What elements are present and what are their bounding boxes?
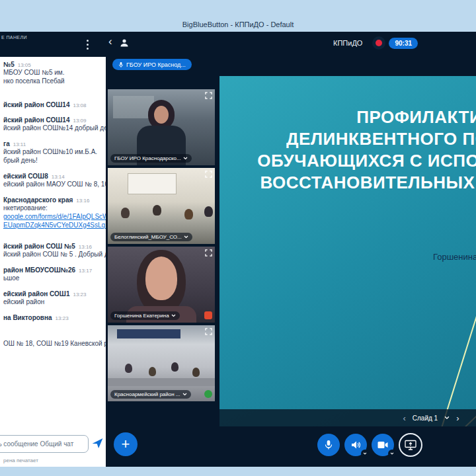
back-chevron-icon[interactable]: ‹	[108, 35, 112, 48]
chevron-down-icon	[183, 157, 188, 160]
chat-message: на Викторовна13:23 ОШ № 18, СОШ №19 Кане…	[3, 314, 106, 348]
top-bar: Е ПАНЕЛИ ‹ КППиДО 90:31	[0, 32, 476, 57]
screenshare-button[interactable]	[399, 433, 422, 457]
chat-sender-name: ейский район СОШ1	[3, 290, 69, 298]
chat-text: ейский район	[3, 298, 106, 306]
main-area: ГБОУ ИРО Краснод... ГБОУ ИРО Краснодарск…	[106, 57, 476, 467]
chat-time: 13:05	[18, 62, 31, 68]
userlist-toggle-icon[interactable]	[120, 38, 129, 50]
chevron-down-icon	[363, 452, 367, 455]
screenshare-icon	[405, 440, 416, 450]
chat-time: 13:14	[52, 174, 65, 180]
chat-message-list: №513:05 МБОУ СОШ №5 им. нко поселка Псеб…	[3, 61, 106, 356]
fullscreen-icon[interactable]	[205, 328, 212, 335]
recording-indicator[interactable]: 90:31	[372, 36, 418, 50]
chat-message: йский район СОШ1413:09 йский район СОШ№1…	[3, 116, 106, 132]
chevron-down-icon	[171, 314, 176, 317]
chat-text: ьшое	[3, 274, 106, 282]
webcam-name: Белоглинский_МБОУ_СО...	[114, 234, 182, 240]
options-kebab-icon[interactable]	[82, 37, 93, 52]
actions-plus-button[interactable]: +	[114, 432, 138, 456]
chat-message: Краснодарского края13:16 нкетирование: g…	[3, 196, 106, 229]
mic-icon	[118, 61, 124, 68]
slide-title: ПРОФИЛАКТИКА ДЕЛИНКВЕНТНОГО ПОВЕДЕНИЯ ОБ…	[219, 106, 476, 194]
chat-time: 13:11	[13, 141, 26, 147]
chat-message: йский район СОШ №513:16 йский район СОШ …	[3, 243, 106, 258]
panel-label-fragment: Е ПАНЕЛИ	[1, 35, 27, 40]
topbar-right-cluster: КППиДО 90:31	[333, 36, 418, 50]
chat-sender-name: на Викторовна	[3, 314, 52, 321]
webcam-tile: Белоглинский_МБОУ_СО...	[108, 168, 215, 244]
chat-text: йский район СОШ № 5 . Добрый день	[3, 250, 106, 258]
fullscreen-icon[interactable]	[205, 249, 212, 257]
chat-message: ейский СОШ813:14 ейский район МАОУ СОШ №…	[3, 173, 106, 188]
chat-link[interactable]: google.com/forms/d/e/1FAIpQLScWT5	[3, 212, 106, 221]
chat-message-input[interactable]	[0, 435, 89, 453]
chat-message: район МБОУСОШ№2613:17 ьшое	[3, 266, 106, 282]
next-slide-button[interactable]: ›	[456, 414, 459, 422]
chevron-down-icon	[390, 452, 394, 455]
slide-decoration-lines	[418, 299, 476, 426]
webcam-column: ГБОУ ИРО Краснодарско... Белоглинский_МБ…	[108, 89, 215, 404]
talking-indicator-label: ГБОУ ИРО Краснод...	[126, 61, 186, 68]
talking-indicator[interactable]: ГБОУ ИРО Краснод...	[112, 59, 192, 70]
chat-time: 13:16	[76, 198, 89, 204]
send-message-button[interactable]	[90, 437, 104, 452]
bigbluebutton-app: Е ПАНЕЛИ ‹ КППиДО 90:31 №513:05 МБОУ СОШ…	[0, 32, 476, 467]
chat-link[interactable]: EUapmDZqk4N5vCYeDUXg4SsLqELxkc	[3, 221, 106, 229]
chat-text: йский район СОШ№14 добрый день	[3, 124, 106, 132]
fullscreen-icon[interactable]	[205, 171, 212, 178]
previous-slide-button[interactable]: ‹	[403, 414, 405, 422]
webcam-tile: Красноармейский район ...	[108, 325, 215, 401]
camera-icon	[377, 441, 388, 449]
webcam-name: Горшенина Екатерина	[114, 313, 169, 319]
webcam-name-dropdown[interactable]: Белоглинский_МБОУ_СО...	[110, 233, 192, 241]
fullscreen-icon[interactable]	[205, 92, 212, 99]
media-controls	[317, 433, 422, 457]
slide-toolbar: ‹ Слайд 1 ›	[219, 409, 476, 426]
chat-time: 13:23	[56, 315, 69, 321]
recording-timer: 90:31	[389, 38, 418, 49]
audio-button[interactable]	[344, 434, 367, 456]
webcam-name-dropdown[interactable]: Красноармейский район ...	[110, 390, 191, 399]
audio-options-chevron[interactable]	[361, 450, 369, 457]
chat-message: га13:11 йский район СОШ№10 им.Б.А. брый …	[3, 140, 106, 165]
chat-text: нко поселка Псебай	[3, 77, 106, 85]
chat-sender-name: га	[3, 140, 10, 147]
chevron-down-icon	[182, 393, 187, 396]
presentation-slide: ПРОФИЛАКТИКА ДЕЛИНКВЕНТНОГО ПОВЕДЕНИЯ ОБ…	[219, 76, 476, 426]
mute-microphone-button[interactable]	[317, 434, 340, 456]
chat-text: ОШ № 18, СОШ №19 Каневской р-	[3, 339, 106, 348]
slide-title-line: ОБУЧАЮЩИХСЯ С ИСПОЛЬЗОВАНИЕМ	[219, 150, 476, 172]
typing-indicator: рена печатает	[3, 457, 38, 463]
screenshot-frame: BigBlueButton - КППиДО - Default Е ПАНЕЛ…	[0, 0, 476, 476]
chevron-down-icon	[444, 416, 450, 420]
recording-dot-icon	[372, 36, 385, 50]
webcam-name-dropdown[interactable]: ГБОУ ИРО Краснодарско...	[110, 154, 192, 163]
chat-text: ейский район МАОУ СОШ № 8, 10,19	[3, 180, 106, 188]
status-badge	[204, 311, 212, 319]
webcam-name-dropdown[interactable]: Горшенина Екатерина	[110, 311, 180, 320]
slide-number-label: Слайд 1	[413, 415, 438, 422]
window-title: BigBlueButton - КППиДО - Default	[0, 0, 476, 32]
slide-select-dropdown[interactable]	[444, 416, 450, 420]
chat-sender-name: йский район СОШ14	[3, 116, 69, 124]
slide-title-line: ПРОФИЛАКТИКА	[219, 106, 476, 128]
webcam-options-chevron[interactable]	[388, 450, 396, 457]
mic-icon	[324, 440, 333, 450]
chat-time: 13:23	[73, 292, 86, 298]
chat-message: ейский район СОШ113:23 ейский район	[3, 290, 106, 306]
webcam-button[interactable]	[372, 434, 394, 456]
chat-message: йский район СОШ1413:08	[3, 101, 106, 108]
webcam-name: ГБОУ ИРО Краснодарско...	[114, 155, 181, 161]
chat-time: 13:08	[73, 102, 86, 108]
speaker-icon	[351, 440, 361, 450]
chat-text: МБОУ СОШ №5 им.	[3, 68, 106, 77]
slide-title-line: ДЕЛИНКВЕНТНОГО ПОВЕДЕНИЯ	[219, 128, 476, 150]
chat-sender-name: Краснодарского края	[3, 196, 73, 204]
chat-sender-name: йский район СОШ14	[3, 101, 69, 108]
chat-sender-name: №5	[3, 61, 15, 68]
chat-message: №513:05 МБОУ СОШ №5 им. нко поселка Псеб…	[3, 61, 106, 85]
slide-title-line: ВОССТАНОВИТЕЛЬНЫХ ТЕХНОЛОГИЙ	[219, 172, 476, 194]
webcam-tile: Горшенина Екатерина	[108, 247, 215, 323]
